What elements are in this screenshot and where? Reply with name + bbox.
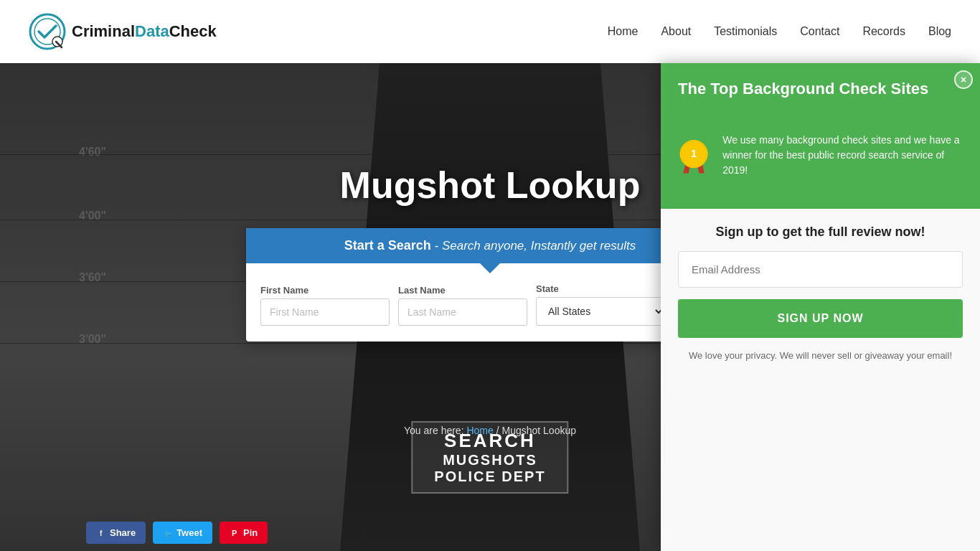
- state-group: State All StatesAlabamaAlaskaArizonaArka…: [536, 283, 665, 326]
- mugshot-line2: MUGSHOTS: [434, 452, 545, 468]
- share-twitter-label: Tweet: [176, 527, 202, 538]
- nav-records[interactable]: Records: [862, 25, 905, 38]
- svg-text:1: 1: [691, 148, 697, 159]
- award-medal: 1: [678, 120, 710, 192]
- nav-contact[interactable]: Contact: [800, 25, 839, 38]
- popup-title: The Top Background Check Sites: [678, 79, 963, 100]
- facebook-icon: f: [96, 528, 106, 538]
- last-name-input[interactable]: [398, 298, 527, 326]
- state-label: State: [536, 283, 665, 294]
- main-nav: Home About Testimonials Contact Records …: [608, 25, 951, 38]
- state-select[interactable]: All StatesAlabamaAlaskaArizonaArkansasCa…: [536, 297, 665, 326]
- first-name-input[interactable]: [260, 298, 390, 326]
- mugshot-line1: SEARCH: [434, 430, 545, 452]
- first-name-group: First Name: [260, 285, 390, 326]
- popup-header: The Top Background Check Sites ×: [661, 63, 980, 113]
- nav-blog[interactable]: Blog: [928, 25, 951, 38]
- popup-close-button[interactable]: ×: [954, 70, 973, 89]
- pinterest-icon: P: [230, 528, 240, 538]
- signup-button[interactable]: SIGN UP NOW: [678, 299, 963, 338]
- popup-subtitle: Sign up to get the full review now!: [678, 225, 963, 240]
- mugshot-sign: SEARCH MUGSHOTS POLICE DEPT: [411, 421, 568, 494]
- last-name-label: Last Name: [398, 285, 527, 296]
- nav-testimonials[interactable]: Testimonials: [714, 25, 777, 38]
- search-box-header-text: Start a Search - Search anyone, Instantl…: [344, 239, 636, 253]
- award-text: We use many background check sites and w…: [722, 133, 963, 178]
- share-twitter[interactable]: 🐦 Tweet: [153, 522, 212, 544]
- svg-point-2: [52, 37, 62, 47]
- logo[interactable]: CriminalDataCheck: [29, 13, 217, 50]
- svg-text:🐦: 🐦: [164, 529, 173, 538]
- hero-title: Mugshot Lookup: [340, 164, 641, 207]
- popup: The Top Background Check Sites × 1 We us…: [661, 63, 980, 551]
- popup-body: Sign up to get the full review now! SIGN…: [661, 209, 980, 551]
- last-name-group: Last Name: [398, 285, 527, 326]
- header: CriminalDataCheck Home About Testimonial…: [0, 0, 980, 63]
- popup-privacy: We love your privacy. We will never sell…: [678, 349, 963, 362]
- email-input[interactable]: [678, 251, 963, 288]
- logo-icon: [29, 13, 66, 50]
- share-pinterest-label: Pin: [243, 527, 258, 538]
- nav-about[interactable]: About: [661, 25, 691, 38]
- popup-award-row: 1 We use many background check sites and…: [661, 113, 980, 209]
- first-name-label: First Name: [260, 285, 390, 296]
- share-facebook[interactable]: f Share: [86, 522, 146, 544]
- nav-home[interactable]: Home: [608, 25, 639, 38]
- share-pinterest[interactable]: P Pin: [220, 522, 268, 544]
- mugshot-line3: POLICE DEPT: [434, 468, 545, 485]
- twitter-icon: 🐦: [163, 528, 173, 538]
- svg-text:P: P: [232, 529, 237, 537]
- logo-text: CriminalDataCheck: [72, 22, 217, 41]
- share-bar: f Share 🐦 Tweet P Pin: [86, 522, 268, 544]
